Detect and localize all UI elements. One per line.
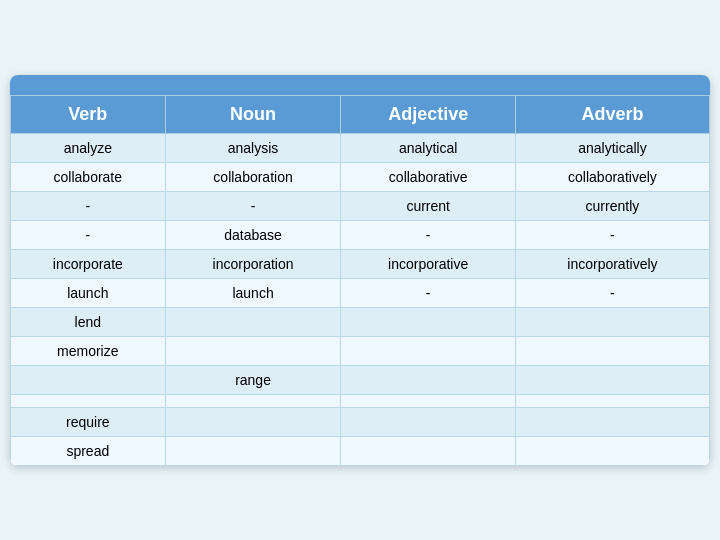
table-cell: analyze [11,133,166,162]
header-noun: Noun [165,95,341,133]
table-cell: - [341,278,515,307]
table-cell [515,407,709,436]
table-cell [341,407,515,436]
table-cell: incorporation [165,249,341,278]
table-cell: analysis [165,133,341,162]
table-cell [341,365,515,394]
table-cell [341,436,515,465]
table-cell [515,436,709,465]
word-table: Verb Noun Adjective Adverb analyzeanalys… [10,95,710,466]
table-cell: collaboratively [515,162,709,191]
table-cell: - [515,220,709,249]
table-cell: range [165,365,341,394]
table-row: require [11,407,710,436]
table-cell: launch [11,278,166,307]
table-row: launchlaunch-- [11,278,710,307]
table-cell: - [165,191,341,220]
table-body: analyzeanalysisanalyticalanalyticallycol… [11,133,710,465]
header-row: Verb Noun Adjective Adverb [11,95,710,133]
table-row: -database-- [11,220,710,249]
table-row: lend [11,307,710,336]
table-row: range [11,365,710,394]
table-row [11,394,710,407]
table-cell: currently [515,191,709,220]
header-adjective: Adjective [341,95,515,133]
table-cell: analytically [515,133,709,162]
word-formation-table: Verb Noun Adjective Adverb analyzeanalys… [10,75,710,466]
table-cell: - [11,220,166,249]
table-cell [515,336,709,365]
table-cell: collaboration [165,162,341,191]
header-verb: Verb [11,95,166,133]
table-cell [11,394,166,407]
table-cell [341,336,515,365]
table-cell: analytical [341,133,515,162]
table-cell [341,394,515,407]
table-cell [165,336,341,365]
table-cell: incorporatively [515,249,709,278]
table-cell: launch [165,278,341,307]
table-cell: collaborate [11,162,166,191]
table-cell: lend [11,307,166,336]
table-cell [341,307,515,336]
table-cell [165,436,341,465]
table-cell: - [341,220,515,249]
table-cell [165,394,341,407]
header-adverb: Adverb [515,95,709,133]
table-row: --currentcurrently [11,191,710,220]
table-cell [165,407,341,436]
table-title [10,75,710,95]
table-cell [515,365,709,394]
table-cell [165,307,341,336]
table-row: collaboratecollaborationcollaborativecol… [11,162,710,191]
table-row: analyzeanalysisanalyticalanalytically [11,133,710,162]
table-cell: incorporate [11,249,166,278]
table-cell [515,307,709,336]
table-cell: memorize [11,336,166,365]
table-cell: current [341,191,515,220]
table-row: memorize [11,336,710,365]
table-row: spread [11,436,710,465]
table-row: incorporateincorporationincorporativeinc… [11,249,710,278]
table-cell [11,365,166,394]
table-cell: - [515,278,709,307]
table-cell: collaborative [341,162,515,191]
table-cell: database [165,220,341,249]
table-cell: incorporative [341,249,515,278]
table-cell: - [11,191,166,220]
table-cell: require [11,407,166,436]
table-cell: spread [11,436,166,465]
table-cell [515,394,709,407]
